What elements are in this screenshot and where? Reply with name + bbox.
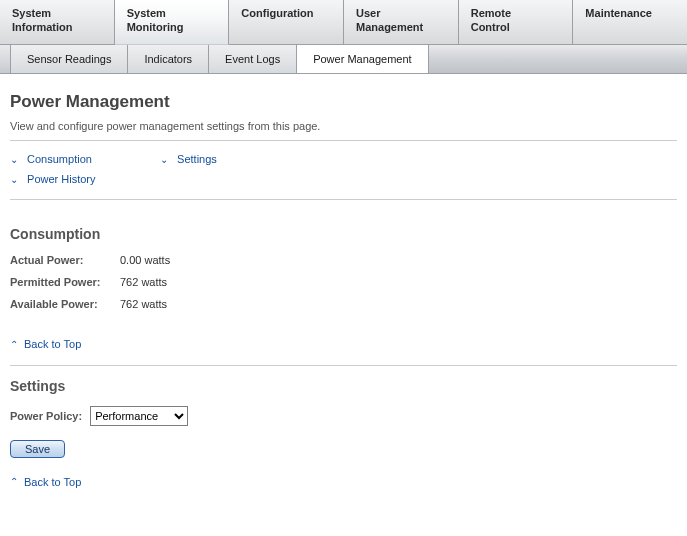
power-policy-select[interactable]: Performance	[90, 406, 188, 426]
chevron-down-icon: ⌄	[10, 154, 18, 165]
consumption-value: 762 watts	[120, 276, 167, 288]
content-area: Power Management View and configure powe…	[0, 74, 687, 508]
chevron-down-icon: ⌄	[160, 154, 168, 165]
section-title-settings: Settings	[10, 378, 677, 394]
main-tab-configuration[interactable]: Configuration	[229, 0, 344, 44]
tab-label-line1: Maintenance	[585, 7, 652, 19]
anchor-link-settings[interactable]: Settings	[177, 153, 217, 165]
sub-tab-label: Indicators	[144, 53, 192, 65]
tab-label-line2: Monitoring	[127, 21, 184, 33]
tab-label-line1: System	[12, 7, 51, 19]
consumption-table: Actual Power: 0.00 watts Permitted Power…	[10, 254, 677, 310]
sub-tab-event-logs[interactable]: Event Logs	[209, 45, 297, 73]
main-tab-remote-control[interactable]: Remote Control	[459, 0, 574, 44]
sub-tab-power-management[interactable]: Power Management	[297, 45, 428, 73]
back-to-top-link[interactable]: ⌃ Back to Top	[10, 476, 81, 488]
divider	[10, 365, 677, 366]
tab-label-line1: User	[356, 7, 380, 19]
back-to-top-label: Back to Top	[24, 476, 81, 488]
chevron-down-icon: ⌄	[10, 174, 18, 185]
settings-row-power-policy: Power Policy: Performance	[10, 406, 677, 426]
consumption-value: 0.00 watts	[120, 254, 170, 266]
section-title-consumption: Consumption	[10, 226, 677, 242]
tab-label-line2: Control	[471, 21, 510, 33]
consumption-value: 762 watts	[120, 298, 167, 310]
main-tab-user-management[interactable]: User Management	[344, 0, 459, 44]
anchor-link-consumption[interactable]: Consumption	[27, 153, 92, 165]
tab-label-line2: Information	[12, 21, 73, 33]
sub-tab-label: Power Management	[313, 53, 411, 65]
sub-tab-sensor-readings[interactable]: Sensor Readings	[11, 45, 128, 73]
back-to-top-label: Back to Top	[24, 338, 81, 350]
consumption-row-actual: Actual Power: 0.00 watts	[10, 254, 677, 266]
divider	[10, 199, 677, 200]
tab-label-line2: Management	[356, 21, 423, 33]
divider	[10, 140, 677, 141]
page-description: View and configure power management sett…	[10, 120, 677, 132]
consumption-row-available: Available Power: 762 watts	[10, 298, 677, 310]
page-title: Power Management	[10, 92, 677, 112]
back-to-top-link[interactable]: ⌃ Back to Top	[10, 338, 81, 350]
sub-nav-spacer	[0, 45, 11, 73]
consumption-row-permitted: Permitted Power: 762 watts	[10, 276, 677, 288]
consumption-label: Permitted Power:	[10, 276, 120, 288]
save-button[interactable]: Save	[10, 440, 65, 458]
main-tab-maintenance[interactable]: Maintenance	[573, 0, 687, 44]
tab-label-line1: System	[127, 7, 166, 19]
power-policy-label: Power Policy:	[10, 410, 82, 422]
sub-tab-indicators[interactable]: Indicators	[128, 45, 209, 73]
anchor-links: ⌄ Consumption ⌄ Settings ⌄ Power History	[10, 153, 677, 185]
sub-tab-label: Event Logs	[225, 53, 280, 65]
main-tab-system-information[interactable]: System Information	[0, 0, 115, 44]
consumption-label: Actual Power:	[10, 254, 120, 266]
tab-label-line1: Configuration	[241, 7, 313, 19]
main-nav: System Information System Monitoring Con…	[0, 0, 687, 45]
consumption-label: Available Power:	[10, 298, 120, 310]
main-tab-system-monitoring[interactable]: System Monitoring	[115, 0, 230, 45]
chevron-up-icon: ⌃	[10, 476, 18, 487]
chevron-up-icon: ⌃	[10, 339, 18, 350]
tab-label-line1: Remote	[471, 7, 511, 19]
sub-nav-fill	[429, 45, 687, 73]
sub-nav: Sensor Readings Indicators Event Logs Po…	[0, 45, 687, 74]
sub-tab-label: Sensor Readings	[27, 53, 111, 65]
anchor-link-power-history[interactable]: Power History	[27, 173, 95, 185]
